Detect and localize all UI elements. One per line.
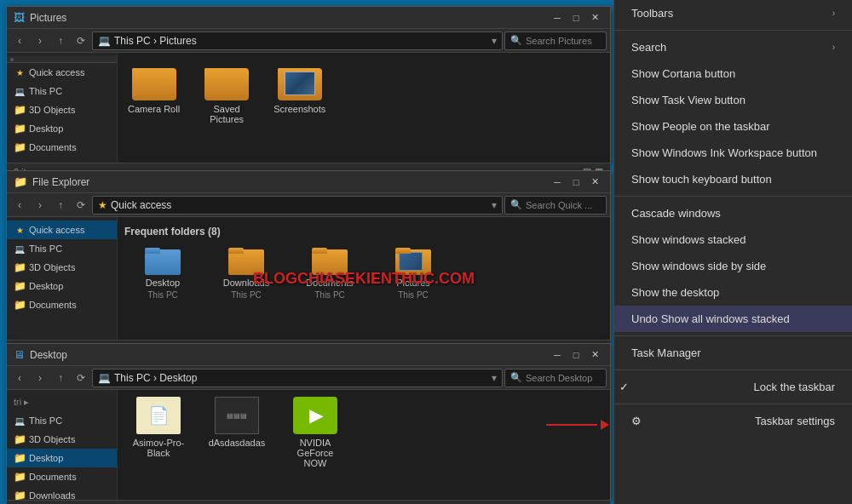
desktop-back-button[interactable]: ‹ [10,369,29,387]
desktop-address-path: This PC › Desktop [114,372,197,384]
pictures-sidebar: ★ Quick access 💻 This PC 📁 3D Objects 📁 … [7,53,118,163]
freq-documents[interactable]: Documents This PC [291,244,368,300]
close-button[interactable]: ✕ [586,10,603,26]
fe-minimize-button[interactable]: ─ [549,175,566,190]
pictures-main: Camera Roll Saved Pictures [118,53,610,163]
menu-lock-taskbar[interactable]: ✓ Lock the taskbar [614,374,852,400]
menu-ink-workspace[interactable]: Show Windows Ink Workspace button [614,140,852,166]
menu-people[interactable]: Show People on the taskbar [614,113,852,140]
desktop-refresh-button[interactable]: ⟳ [72,369,90,387]
menu-side-by-side[interactable]: Show windows side by side [614,253,852,279]
arrow-line [546,424,597,426]
desktop-close-button[interactable]: ✕ [586,347,603,363]
address-path: This PC › Pictures [114,35,197,47]
menu-task-manager[interactable]: Task Manager [614,340,852,366]
up-button[interactable]: ↑ [51,32,70,50]
folder-saved-pictures-icon [204,63,249,100]
desktop-sidebar-this-pc[interactable]: 💻 This PC [7,411,117,430]
menu-toolbars[interactable]: Toolbars › [614,0,852,26]
search-placeholder: Search Pictures [526,36,592,46]
dasdasdadas-icon: ▤▤▤ [215,397,259,434]
sidebar-documents[interactable]: 📁 Documents [7,138,117,157]
fe-close-button[interactable]: ✕ [586,175,603,190]
desktop-up-button[interactable]: ↑ [51,369,70,387]
freq-desktop[interactable]: Desktop This PC [124,244,201,300]
menu-touch-keyboard[interactable]: Show touch keyboard button [614,166,852,192]
desktop-sidebar: tri ▸ 💻 This PC 📁 3D Objects 📁 Desktop 📁… [7,390,118,500]
fe-sidebar-documents[interactable]: 📁 Documents [7,295,117,314]
folder-screenshots-label: Screenshots [273,104,325,114]
menu-cortana[interactable]: Show Cortana button [614,60,852,87]
desktop-sidebar-documents[interactable]: 📁 Documents [7,467,117,486]
folder-camera-roll[interactable]: Camera Roll [124,60,183,128]
menu-search[interactable]: Search › [614,34,852,60]
item-nvidia[interactable]: ▶ NVIDIA GeForce NOW [281,397,349,468]
item-asimov[interactable]: 📄 Asimov-Pro-Black [124,397,193,468]
asimov-icon: 📄 [136,397,181,434]
pictures-window: 🖼 Pictures ─ □ ✕ ‹ › ↑ ⟳ 💻 This PC › Pic… [6,6,611,163]
menu-stacked[interactable]: Show windows stacked [614,226,852,253]
freq-downloads[interactable]: Downloads This PC [208,244,285,300]
fe-sidebar-this-pc[interactable]: 💻 This PC [7,239,117,258]
fe-address-path: Quick access [111,199,171,211]
fe-sidebar-3d-objects[interactable]: 📁 3D Objects [7,258,117,277]
folder-screenshots-icon [278,63,322,100]
divider-4 [614,369,852,370]
forward-button[interactable]: › [31,32,49,50]
sidebar-this-pc[interactable]: 💻 This PC [7,82,117,100]
divider-2 [614,196,852,197]
folder-screenshots[interactable]: Screenshots [270,60,329,128]
fe-main: Frequent folders (8) Desktop This PC Dow [118,217,610,340]
divider-3 [614,335,852,336]
fe-sidebar-quick-access[interactable]: ★ Quick access [7,220,117,239]
desktop-sidebar-3d[interactable]: 📁 3D Objects [7,430,117,449]
desktop-title: Desktop [30,349,549,361]
desktop-forward-button[interactable]: › [31,369,49,387]
fe-maximize-button[interactable]: □ [567,175,584,190]
desktop-minimize-button[interactable]: ─ [549,347,566,363]
desktop-sidebar-desktop[interactable]: 📁 Desktop [7,449,117,467]
pictures-toolbar: ‹ › ↑ ⟳ 💻 This PC › Pictures ▾ 🔍 Search … [7,29,610,53]
sidebar-quick-access[interactable]: ★ Quick access [7,63,117,82]
fe-sidebar-desktop[interactable]: 📁 Desktop [7,277,117,295]
folder-saved-pictures[interactable]: Saved Pictures [193,60,260,128]
desktop-address-bar[interactable]: 💻 This PC › Desktop ▾ [92,369,503,387]
fe-search-box[interactable]: 🔍 Search Quick ... [504,196,607,215]
file-explorer-window: 📁 File Explorer ─ □ ✕ ‹ › ↑ ⟳ ★ Quick ac… [6,170,611,341]
menu-show-desktop[interactable]: Show the desktop [614,279,852,306]
menu-cascade[interactable]: Cascade windows [614,200,852,226]
folder-camera-roll-icon [132,63,176,100]
sidebar-desktop[interactable]: 📁 Desktop [7,119,117,138]
freq-pictures[interactable]: Pictures This PC [375,244,452,300]
fe-refresh-button[interactable]: ⟳ [72,196,90,215]
fe-body: ★ Quick access 💻 This PC 📁 3D Objects 📁 … [7,217,610,340]
desktop-maximize-button[interactable]: □ [567,347,584,363]
fe-up-button[interactable]: ↑ [51,196,70,215]
desktop-search-box[interactable]: 🔍 Search Desktop [504,369,607,387]
sidebar-3d-objects[interactable]: 📁 3D Objects [7,100,117,119]
desktop-sidebar-downloads[interactable]: 📁 Downloads [7,486,117,500]
item-dasdasdadas[interactable]: ▤▤▤ dAsdasdadas [203,397,271,468]
fe-forward-button[interactable]: › [31,196,49,215]
desktop-titlebar: 🖥 Desktop ─ □ ✕ [7,344,610,366]
address-bar[interactable]: 💻 This PC › Pictures ▾ [92,32,503,50]
desktop-body: tri ▸ 💻 This PC 📁 3D Objects 📁 Desktop 📁… [7,390,610,500]
fe-address-bar[interactable]: ★ Quick access ▾ [92,196,503,215]
desktop-items-grid: 📄 Asimov-Pro-Black ▤▤▤ dAsdasdadas ▶ NVI… [124,397,603,468]
search-box[interactable]: 🔍 Search Pictures [504,32,607,50]
freq-downloads-icon [228,244,264,275]
menu-undo-stacked[interactable]: Undo Show all windows stacked [614,306,852,332]
folder-grid: Camera Roll Saved Pictures [124,60,603,128]
desktop-main: 📄 Asimov-Pro-Black ▤▤▤ dAsdasdadas ▶ NVI… [118,390,610,500]
desktop-sidebar-name[interactable]: tri ▸ [7,393,117,411]
maximize-button[interactable]: □ [567,10,584,26]
refresh-button[interactable]: ⟳ [72,32,90,50]
arrow-right-icon-2: › [832,43,835,52]
fe-sidebar: ★ Quick access 💻 This PC 📁 3D Objects 📁 … [7,217,118,340]
back-button[interactable]: ‹ [10,32,29,50]
fe-back-button[interactable]: ‹ [10,196,29,215]
window-controls: ─ □ ✕ [549,10,603,26]
menu-taskbar-settings[interactable]: ⚙ Taskbar settings [614,408,852,434]
menu-task-view[interactable]: Show Task View button [614,87,852,113]
minimize-button[interactable]: ─ [549,10,566,26]
